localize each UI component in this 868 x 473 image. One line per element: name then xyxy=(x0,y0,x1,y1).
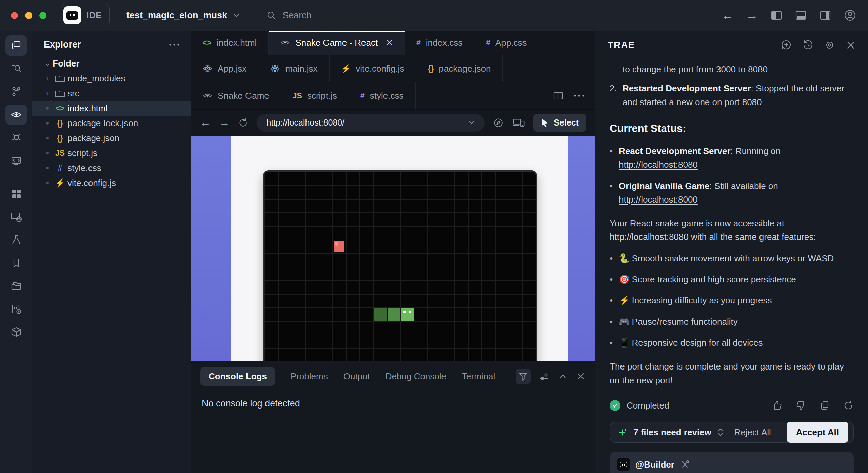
tab-package-json[interactable]: {} package.json xyxy=(416,55,502,82)
tab-console-logs[interactable]: Console Logs xyxy=(200,367,275,386)
sparkle-icon xyxy=(618,427,628,437)
more-actions-icon[interactable] xyxy=(573,94,585,98)
css-file-icon: # xyxy=(486,38,490,48)
tab-index-html[interactable]: <> index.html xyxy=(191,31,269,55)
agent-mention-chip[interactable]: @Builder xyxy=(635,458,674,471)
nav-back-button[interactable]: ← xyxy=(722,9,734,21)
tab-snake-game-react[interactable]: Snake Game - React ✕ xyxy=(269,31,405,55)
chevron-down-icon[interactable] xyxy=(468,120,475,125)
food-cell xyxy=(334,241,344,252)
open-in-browser-icon[interactable] xyxy=(493,117,504,129)
snake-tail xyxy=(374,308,387,321)
tree-file-index-html[interactable]: <> index.html xyxy=(32,101,191,116)
select-element-button[interactable]: Select xyxy=(533,114,586,132)
activity-project-folders-icon[interactable] xyxy=(5,276,27,296)
tree-root-folder[interactable]: ⌄ Folder xyxy=(32,56,191,71)
activity-terminal-icon[interactable] xyxy=(5,151,27,171)
tree-file-package-lock-json[interactable]: {} package-lock.json xyxy=(32,116,191,131)
modified-dot xyxy=(46,152,49,154)
vite-file-icon: ⚡ xyxy=(53,178,67,188)
tree-file-script-js[interactable]: JS script.js xyxy=(32,146,191,160)
toggle-bottom-panel-icon[interactable] xyxy=(795,10,807,21)
account-avatar-icon[interactable] xyxy=(844,9,856,22)
localhost-8000-link[interactable]: http://localhost:8000 xyxy=(619,194,698,205)
regenerate-icon[interactable] xyxy=(843,400,854,411)
project-selector[interactable]: test_magic_elon_musk xyxy=(126,10,240,21)
tree-file-package-json[interactable]: {} package.json xyxy=(32,131,191,146)
window-minimize-button[interactable] xyxy=(25,12,32,19)
tab-main-jsx[interactable]: main.jsx xyxy=(258,55,329,82)
lightning-emoji: ⚡ xyxy=(619,295,630,305)
device-toolbar-icon[interactable] xyxy=(512,117,525,129)
tab-terminal[interactable]: Terminal xyxy=(462,371,495,382)
filter-icon[interactable] xyxy=(516,369,531,384)
app-logo-pill[interactable]: IDE xyxy=(61,4,110,26)
chevron-down-icon: ⌄ xyxy=(42,59,53,68)
close-panel-icon[interactable] xyxy=(576,372,586,381)
tab-vite-config-js[interactable]: ⚡ vite.config.js xyxy=(330,55,416,82)
collapse-panel-icon[interactable] xyxy=(558,373,568,380)
tab-app-jsx[interactable]: App.jsx xyxy=(191,55,258,82)
tab-debug-console[interactable]: Debug Console xyxy=(386,371,446,382)
activity-search-icon[interactable] xyxy=(5,58,27,79)
folder-icon xyxy=(53,74,67,83)
explorer-more-icon[interactable] xyxy=(169,43,180,47)
css-file-icon: # xyxy=(53,164,67,173)
expand-review-list-icon[interactable] xyxy=(717,427,724,437)
tools-icon[interactable] xyxy=(680,459,690,470)
activity-source-control-icon[interactable] xyxy=(5,81,27,102)
activity-preview-eye-icon[interactable] xyxy=(5,105,27,125)
activity-package-box-icon[interactable] xyxy=(5,322,27,342)
tab-row-1: <> index.html Snake Game - React ✕ # ind… xyxy=(191,31,595,55)
browser-forward-icon[interactable]: → xyxy=(219,116,230,129)
activity-extensions-grid-icon[interactable] xyxy=(5,184,27,204)
thumbs-down-icon[interactable] xyxy=(795,400,806,411)
close-tab-icon[interactable]: ✕ xyxy=(386,38,393,48)
global-search[interactable]: Search xyxy=(266,10,312,21)
accept-all-button[interactable]: Accept All xyxy=(787,422,848,443)
modified-dot xyxy=(46,122,49,125)
browser-reload-icon[interactable] xyxy=(238,117,249,129)
webview-preview[interactable] xyxy=(191,136,595,361)
reject-all-button[interactable]: Reject All xyxy=(734,425,771,439)
activity-bookmark-icon[interactable] xyxy=(5,253,27,273)
tab-output[interactable]: Output xyxy=(343,371,370,382)
tab-snake-game[interactable]: Snake Game xyxy=(191,82,281,109)
close-panel-icon[interactable] xyxy=(846,40,856,50)
new-chat-icon[interactable] xyxy=(781,39,792,51)
log-settings-icon[interactable] xyxy=(539,371,550,381)
tree-folder-node-modules[interactable]: › node_modules xyxy=(32,71,191,86)
json-file-icon: {} xyxy=(53,119,67,128)
tab-style-css[interactable]: # style.css xyxy=(349,82,415,109)
history-icon[interactable] xyxy=(802,39,814,51)
toggle-right-panel-icon[interactable] xyxy=(819,10,831,21)
thumbs-up-icon[interactable] xyxy=(772,400,783,411)
window-close-button[interactable] xyxy=(11,12,18,19)
tab-script-js[interactable]: JS script.js xyxy=(281,82,349,109)
copy-icon[interactable] xyxy=(819,400,830,411)
browser-back-icon[interactable]: ← xyxy=(200,116,211,129)
tree-folder-src[interactable]: › src xyxy=(32,86,191,101)
assistant-text-line: to change the port from 3000 to 8080 xyxy=(623,62,854,76)
assistant-paragraph: Your React snake game is now accessible … xyxy=(610,216,854,244)
window-zoom-button[interactable] xyxy=(39,12,46,19)
split-editor-icon[interactable] xyxy=(552,91,564,101)
toggle-left-panel-icon[interactable] xyxy=(770,10,783,21)
gamepad-emoji: 🎮 xyxy=(619,317,630,327)
settings-gear-icon[interactable] xyxy=(824,39,835,51)
nav-forward-button[interactable]: → xyxy=(746,9,758,21)
tree-file-style-css[interactable]: # style.css xyxy=(32,160,191,175)
localhost-8080-link[interactable]: http://localhost:8080 xyxy=(619,159,698,170)
tree-file-vite-config-js[interactable]: ⚡ vite.config.js xyxy=(32,175,191,190)
activity-remote-devtools-icon[interactable] xyxy=(5,207,27,227)
status-item: • Original Vanilla Game: Still available… xyxy=(610,179,854,207)
activity-debug-bug-icon[interactable] xyxy=(5,128,27,148)
tab-problems[interactable]: Problems xyxy=(291,371,328,382)
tab-index-css[interactable]: # index.css xyxy=(405,31,474,55)
activity-code-runner-icon[interactable] xyxy=(5,299,27,319)
tab-app-css[interactable]: # App.css xyxy=(474,31,538,55)
activity-files-icon[interactable] xyxy=(5,35,27,56)
localhost-8080-link[interactable]: http://localhost:8080 xyxy=(610,232,689,242)
activity-test-flask-icon[interactable] xyxy=(5,230,27,250)
url-bar[interactable]: http://localhost:8080/ xyxy=(257,114,484,132)
